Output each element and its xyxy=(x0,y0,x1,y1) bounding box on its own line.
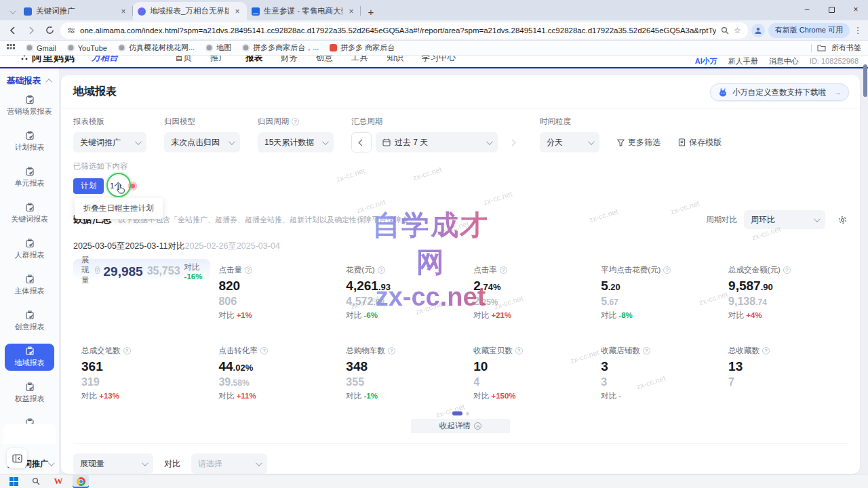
metric-card[interactable]: 点击率? 2.74% 2.25% 对比 +21% xyxy=(465,259,593,325)
top-nav-item[interactable]: 首页 xyxy=(175,56,192,64)
wps-taskbar-icon[interactable]: W xyxy=(50,475,66,488)
newbie-guide-link[interactable]: 新人手册 xyxy=(728,56,758,66)
next-period-button[interactable] xyxy=(502,132,522,152)
help-icon[interactable]: ? xyxy=(123,347,131,354)
profile-avatar[interactable] xyxy=(751,24,765,37)
sidebar-item[interactable]: 创意报表 xyxy=(5,308,54,335)
sidebar-item[interactable]: 人群报表 xyxy=(5,236,54,263)
sidebar-section-basic-reports[interactable]: 基础报表 xyxy=(0,73,59,92)
bookmark-item[interactable]: 地图 xyxy=(205,43,231,53)
metric-card[interactable]: 点击转化率? 44.02% 39.58% 对比 +11% xyxy=(210,340,338,405)
help-icon[interactable]: ? xyxy=(643,347,650,354)
metric-card[interactable]: 总成交笔数? 361 319 对比 +13% xyxy=(73,340,210,405)
tab-close-icon[interactable]: × xyxy=(119,7,128,16)
help-icon[interactable]: ? xyxy=(378,266,385,274)
reload-icon[interactable] xyxy=(42,23,57,38)
top-nav-item[interactable]: 学习中心 xyxy=(422,56,456,64)
browser-tab[interactable]: 地域报表_万相台无界版 × xyxy=(133,2,247,20)
page-scrollbar-thumb[interactable] xyxy=(863,64,867,97)
bookmark-item[interactable]: 仿真樱花树桃花网... xyxy=(118,43,195,53)
metric-card[interactable]: 花费(元)? 4,261.93 4,572.68 对比 -6% xyxy=(338,259,465,325)
window-close-button[interactable]: × xyxy=(844,0,868,19)
tab-search-chevron-icon[interactable] xyxy=(4,3,19,20)
zoom-icon[interactable] xyxy=(721,26,729,35)
help-icon[interactable]: ? xyxy=(388,347,395,354)
time-granularity-select[interactable]: 分天 xyxy=(540,132,599,152)
help-icon[interactable]: ? xyxy=(762,347,770,354)
metric-card[interactable]: 收藏宝贝数? 10 4 对比 +150% xyxy=(465,340,593,405)
metric-card[interactable]: 平均点击花费(元)? 5.20 5.67 对比 -8% xyxy=(593,259,720,325)
bookmark-star-icon[interactable]: ☆ xyxy=(734,26,741,35)
collapse-details-button[interactable]: 收起详情 xyxy=(411,419,510,433)
help-icon[interactable]: ? xyxy=(663,266,671,274)
metric-card[interactable]: 收藏店铺数? 3 3 对比 - xyxy=(593,340,720,405)
chart-compare-select[interactable]: 请选择 xyxy=(191,453,267,474)
top-nav-item[interactable]: 创意 xyxy=(316,56,333,64)
top-nav-item[interactable]: 报表 xyxy=(245,56,262,64)
top-nav-item[interactable]: 知识 xyxy=(387,56,403,64)
all-bookmarks-button[interactable]: 所有书签 xyxy=(831,43,861,53)
top-nav-item[interactable]: 工具 xyxy=(351,56,368,64)
bookmark-item[interactable]: Gmail xyxy=(26,43,56,53)
apps-grid-icon[interactable] xyxy=(7,44,15,52)
browser-tab[interactable]: 生意参谋 - 零售电商大数据产… × xyxy=(247,2,361,20)
back-icon[interactable] xyxy=(5,23,20,38)
new-tab-button[interactable]: + xyxy=(362,3,380,20)
tab-close-icon[interactable]: × xyxy=(347,7,356,16)
taskbar-search-icon[interactable] xyxy=(28,475,44,488)
metric-card[interactable]: 点击量? 820 806 对比 +1% xyxy=(210,259,338,325)
compare-select[interactable]: 周环比 xyxy=(744,210,825,229)
wanxiangtai-logo[interactable]: 万相台 xyxy=(92,56,118,64)
chart-metric-select[interactable]: 展现量 xyxy=(73,453,153,474)
sidebar-item[interactable]: 关键词报表 xyxy=(5,200,54,227)
prev-period-button[interactable] xyxy=(351,132,372,152)
address-bar[interactable]: one.alimama.com/index.html?spm=a21dvs.28… xyxy=(60,22,748,39)
help-icon[interactable]: ? xyxy=(500,266,507,274)
sidebar-collapse-button[interactable] xyxy=(7,448,27,468)
chrome-taskbar-icon[interactable] xyxy=(73,475,89,488)
bookmark-item[interactable]: YouTube xyxy=(67,43,107,53)
pagination-dot-active[interactable] xyxy=(452,411,462,415)
help-icon[interactable]: ? xyxy=(245,266,252,274)
report-template-select[interactable]: 关键词推广 xyxy=(73,132,146,152)
top-nav-item[interactable]: 财务 xyxy=(281,56,298,64)
sidebar-item[interactable]: 主体报表 xyxy=(5,272,54,299)
pagination-dot[interactable] xyxy=(466,412,469,415)
attribution-period-select[interactable]: 15天累计数据 xyxy=(258,132,334,152)
window-minimize-button[interactable]: – xyxy=(795,0,819,19)
settings-gear-icon[interactable] xyxy=(837,215,848,225)
date-range-select[interactable]: 过去 7 天 xyxy=(376,132,498,152)
chrome-update-chip[interactable]: 有新版 Chrome 可用 xyxy=(768,23,850,38)
sidebar-item[interactable]: 营销场景报表 xyxy=(5,92,54,119)
ai-xiaowan-link[interactable]: AI小万 xyxy=(695,56,717,66)
metric-card[interactable]: 总购物车数? 348 355 对比 -1% xyxy=(338,340,465,405)
window-maximize-button[interactable] xyxy=(819,0,844,19)
bookmark-item[interactable]: 拼多多商家后台，... xyxy=(242,43,319,53)
alimama-logo[interactable]: 阿里妈妈 xyxy=(20,56,75,64)
metric-card[interactable]: 总成交金额(元)? 9,587.90 9,138.74 对比 +4% xyxy=(720,259,848,325)
sidebar-item[interactable]: 权益报表 xyxy=(5,380,54,407)
help-icon[interactable]: ? xyxy=(783,266,791,274)
windows-start-icon[interactable] xyxy=(5,475,22,488)
tab-close-icon[interactable]: × xyxy=(233,7,242,16)
forward-icon[interactable] xyxy=(24,23,39,38)
browser-tab[interactable]: 关键词推广 × xyxy=(19,2,133,20)
sidebar-item[interactable]: 计划报表 xyxy=(5,128,54,155)
help-icon[interactable]: ? xyxy=(95,266,99,274)
sidebar-item[interactable]: 单元报表 xyxy=(5,164,54,191)
help-icon[interactable]: ? xyxy=(260,347,268,354)
browser-menu-icon[interactable]: ⋮ xyxy=(853,25,863,35)
bookmark-item[interactable]: 拼多多 商家后台 xyxy=(330,43,395,53)
save-template-button[interactable]: 保存模版 xyxy=(678,132,722,152)
xiaowan-download-banner[interactable]: 小万自定义查数支持下载啦 → xyxy=(710,83,849,101)
top-nav-item[interactable]: 推广 xyxy=(210,56,227,64)
attribution-model-select[interactable]: 末次点击归因 xyxy=(164,132,240,152)
plan-filter-tag[interactable]: 计划 xyxy=(73,178,104,194)
sidebar-item[interactable]: 地域报表 xyxy=(5,344,54,371)
metric-card[interactable]: 展现量? 29,985 35,753 对比 -16% xyxy=(73,259,210,279)
site-settings-icon[interactable] xyxy=(67,26,75,35)
more-filters-button[interactable]: 更多筛选 xyxy=(617,132,660,152)
help-icon[interactable]: ? xyxy=(515,347,523,354)
message-center-link[interactable]: 消息中心 xyxy=(769,56,799,66)
metric-card[interactable]: 总收藏数? 13 7 xyxy=(720,340,848,405)
